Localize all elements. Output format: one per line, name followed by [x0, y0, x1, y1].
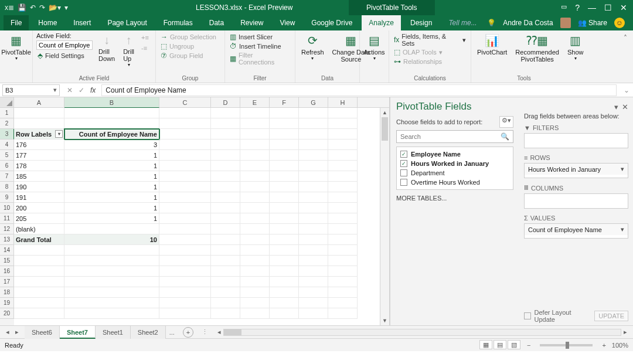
cancel-formula-icon[interactable]: ✕: [67, 86, 73, 94]
cell[interactable]: [211, 277, 240, 287]
row-header[interactable]: 3: [0, 129, 14, 140]
cell[interactable]: [299, 140, 328, 150]
cell[interactable]: [240, 308, 270, 319]
cell[interactable]: [211, 182, 240, 192]
row-header[interactable]: 12: [0, 224, 14, 234]
cell[interactable]: [299, 224, 328, 234]
cell[interactable]: 191: [14, 192, 64, 203]
cell[interactable]: [270, 308, 299, 319]
row-header[interactable]: 11: [0, 213, 14, 224]
col-header-d[interactable]: D: [211, 97, 240, 108]
cell[interactable]: [64, 277, 159, 287]
sheet-tab[interactable]: Sheet1: [96, 326, 131, 339]
cell[interactable]: [240, 266, 270, 277]
select-all-cell[interactable]: [0, 97, 14, 108]
cell[interactable]: [64, 266, 159, 277]
cell[interactable]: 1: [64, 192, 159, 203]
cell[interactable]: [159, 108, 211, 118]
cell[interactable]: [328, 308, 358, 319]
cell[interactable]: [240, 150, 270, 161]
cell[interactable]: 1: [64, 203, 159, 213]
row-header[interactable]: 16: [0, 266, 14, 277]
pivottable-button[interactable]: ▦PivotTable▾: [4, 32, 29, 62]
ribbon-display-icon[interactable]: ▭: [561, 3, 567, 12]
cell[interactable]: [328, 256, 358, 266]
cell[interactable]: [270, 245, 299, 256]
cell[interactable]: [328, 118, 358, 129]
cell[interactable]: [211, 308, 240, 319]
cell[interactable]: [240, 108, 270, 118]
scroll-up-icon[interactable]: ▲: [380, 108, 389, 117]
cell[interactable]: Row Labels▾: [14, 129, 64, 140]
close-icon[interactable]: ✕: [620, 3, 627, 12]
cell[interactable]: 205: [14, 213, 64, 224]
cell[interactable]: [64, 298, 159, 308]
zoom-in-icon[interactable]: +: [602, 342, 605, 349]
cell[interactable]: [240, 192, 270, 203]
avatar[interactable]: [560, 18, 571, 28]
gear-icon[interactable]: ⚙▾: [499, 116, 513, 128]
row-header[interactable]: 18: [0, 287, 14, 298]
cell[interactable]: [299, 129, 328, 140]
cell[interactable]: [211, 234, 240, 245]
cell[interactable]: [328, 182, 358, 192]
cell[interactable]: [211, 298, 240, 308]
defer-checkbox[interactable]: [524, 312, 531, 319]
cell[interactable]: [270, 118, 299, 129]
cell[interactable]: [270, 234, 299, 245]
cell[interactable]: [211, 118, 240, 129]
rows-chip[interactable]: Hours Worked in January▾: [525, 164, 628, 175]
col-header-a[interactable]: A: [14, 97, 64, 108]
cell[interactable]: 10: [64, 234, 159, 245]
cell[interactable]: [299, 277, 328, 287]
new-sheet-button[interactable]: +: [183, 327, 193, 338]
cell[interactable]: Count of Employee Name: [64, 129, 159, 140]
maximize-icon[interactable]: ☐: [604, 3, 612, 12]
col-header-b[interactable]: B: [64, 97, 159, 108]
fx-icon[interactable]: fx: [90, 86, 96, 94]
tab-analyze[interactable]: Analyze: [362, 15, 401, 30]
cell[interactable]: [328, 161, 358, 171]
help-icon[interactable]: ?: [575, 3, 580, 12]
sheet-tab[interactable]: Sheet7: [60, 326, 96, 339]
cell[interactable]: [14, 118, 64, 129]
pane-close-icon[interactable]: ✕: [622, 103, 628, 111]
zoom-slider[interactable]: [540, 344, 593, 346]
tab-data[interactable]: Data: [202, 15, 231, 30]
row-header[interactable]: 17: [0, 277, 14, 287]
group-selection-button[interactable]: →Group Selection: [159, 32, 221, 42]
cell[interactable]: [240, 298, 270, 308]
cell[interactable]: [270, 213, 299, 224]
scroll-thumb[interactable]: [382, 117, 388, 141]
tab-formulas[interactable]: Formulas: [156, 15, 200, 30]
cell[interactable]: [270, 256, 299, 266]
drill-down-button[interactable]: ↓Drill Down: [96, 32, 117, 63]
field-search[interactable]: 🔍: [396, 130, 513, 143]
horizontal-scrollbar[interactable]: ◂ ▸: [212, 328, 633, 336]
field-item[interactable]: Overtime Hours Worked: [400, 178, 509, 187]
cell[interactable]: [328, 213, 358, 224]
search-input[interactable]: [397, 133, 497, 140]
cell[interactable]: [159, 308, 211, 319]
cell[interactable]: [159, 298, 211, 308]
cell[interactable]: [270, 108, 299, 118]
cell[interactable]: [328, 129, 358, 140]
insert-timeline-button[interactable]: ⏱Insert Timeline: [229, 42, 291, 51]
row-header[interactable]: 7: [0, 171, 14, 182]
row-header[interactable]: 20: [0, 308, 14, 319]
cell[interactable]: [299, 298, 328, 308]
actions-button[interactable]: ▤Actions▾: [363, 32, 385, 62]
cell[interactable]: 176: [14, 140, 64, 150]
recommended-pivottables-button[interactable]: ⁇▦Recommended PivotTables: [513, 32, 561, 64]
cell[interactable]: [14, 256, 64, 266]
cell[interactable]: [159, 161, 211, 171]
col-header-h[interactable]: H: [328, 97, 358, 108]
field-item[interactable]: ✓Hours Worked in January: [400, 159, 509, 168]
cell[interactable]: [270, 182, 299, 192]
scroll-left-icon[interactable]: ◂: [215, 328, 223, 336]
cell[interactable]: [270, 161, 299, 171]
row-header[interactable]: 13: [0, 234, 14, 245]
cell[interactable]: [240, 140, 270, 150]
cell[interactable]: [328, 140, 358, 150]
cell[interactable]: [299, 182, 328, 192]
